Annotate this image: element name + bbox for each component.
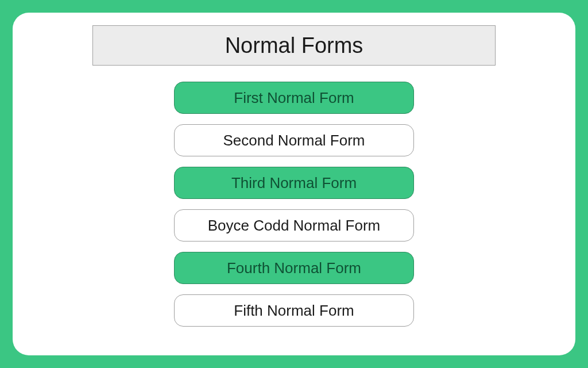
- diagram-card: Normal Forms First Normal Form Second No…: [13, 13, 575, 355]
- item-label: Fifth Normal Form: [234, 302, 354, 320]
- list-item: Boyce Codd Normal Form: [174, 209, 414, 241]
- item-label: Third Normal Form: [231, 174, 357, 192]
- list-item: Fifth Normal Form: [174, 294, 414, 327]
- diagram-title: Normal Forms: [225, 33, 363, 58]
- item-label: Fourth Normal Form: [227, 259, 361, 277]
- list-item: Second Normal Form: [174, 124, 414, 156]
- list-item: Third Normal Form: [174, 167, 414, 199]
- item-label: First Normal Form: [234, 89, 354, 107]
- list-item: First Normal Form: [174, 82, 414, 114]
- list-item: Fourth Normal Form: [174, 252, 414, 284]
- items-list: First Normal Form Second Normal Form Thi…: [174, 82, 414, 327]
- title-box: Normal Forms: [92, 25, 496, 66]
- item-label: Boyce Codd Normal Form: [208, 217, 381, 235]
- item-label: Second Normal Form: [223, 132, 365, 150]
